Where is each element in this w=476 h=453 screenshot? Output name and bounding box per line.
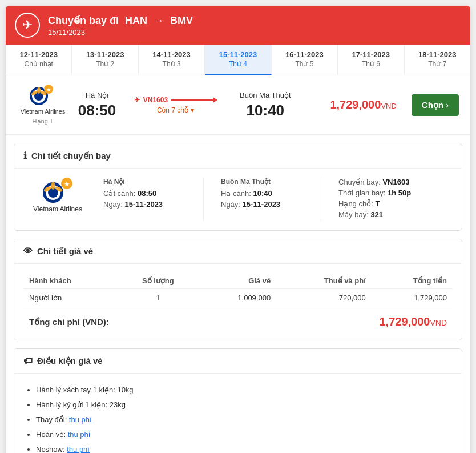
- svg-point-11: [51, 182, 55, 190]
- total-currency: VND: [430, 318, 447, 327]
- date-tab-2[interactable]: 14-11-2023 Thứ 3: [139, 45, 205, 75]
- aircraft-key: Máy bay:: [338, 210, 369, 219]
- title-prefix: Chuyến bay đi: [48, 15, 119, 26]
- class-key: Hạng chỗ:: [338, 199, 373, 208]
- seats-badge[interactable]: Còn 7 chỗ ▾: [157, 106, 194, 114]
- price-detail-header: 👁 Chi tiết giá vé: [14, 239, 462, 264]
- condition-prefix-4: Noshow:: [36, 445, 67, 453]
- date-tab-4[interactable]: 16-11-2023 Thứ 5: [272, 45, 338, 75]
- condition-prefix-2: Thay đổi:: [36, 415, 69, 424]
- date-tab-4-date: 16-11-2023: [274, 50, 335, 59]
- conditions-section: 🏷 Điều kiện giá vé Hành lý xách tay 1 ki…: [14, 348, 462, 453]
- condition-link-2[interactable]: thu phí: [69, 415, 92, 424]
- flight-row: ★ Vietnam Airlines Hạng T Hà Nội 08:50 ✈…: [6, 75, 470, 135]
- depart-city: Hà Nội: [74, 91, 120, 99]
- date-tab-2-day: Thứ 3: [141, 60, 202, 68]
- condition-item-2: Thay đổi: thu phí: [36, 412, 453, 427]
- eye-icon: 👁: [23, 246, 33, 256]
- duration-val: 1h 50p: [388, 189, 411, 197]
- date-tab-6-date: 18-11-2023: [407, 50, 468, 59]
- col-tax: Thuế và phí: [276, 273, 372, 289]
- header-title: Chuyến bay đi HAN → BMV: [48, 14, 193, 27]
- date-tab-1[interactable]: 13-11-2023 Thứ 2: [72, 45, 138, 75]
- airline-detail-name: Vietnam Airlines: [33, 205, 82, 213]
- duration-key: Thời gian bay:: [338, 189, 385, 197]
- condition-item-4: Noshow: thu phí: [36, 442, 453, 453]
- svg-text:★: ★: [46, 87, 51, 93]
- date-tab-0-date: 12-11-2023: [8, 50, 69, 59]
- arrow-separator: →: [154, 15, 164, 26]
- date-tab-3-day: Thứ 4: [207, 60, 268, 68]
- choose-button[interactable]: Chọn ›: [412, 94, 459, 116]
- detail-separator-1: [203, 178, 204, 221]
- date-tab-0[interactable]: 12-11-2023 Chủ nhật: [6, 45, 72, 75]
- class-row: Hạng chỗ: T: [338, 199, 453, 208]
- conditions-list: Hành lý xách tay 1 kiện: 10kg Hành lý ký…: [23, 383, 453, 453]
- total-label: Tổng chi phí (VND):: [29, 317, 109, 327]
- choose-btn-label: Chọn: [422, 100, 443, 110]
- from-code: HAN: [125, 15, 147, 26]
- arrive-time: 10:40: [231, 102, 300, 119]
- date-tab-1-day: Thứ 2: [74, 60, 135, 68]
- price-detail-title: Chi tiết giá vé: [37, 246, 93, 256]
- conditions-title: Điều kiện giá vé: [37, 356, 103, 366]
- svg-point-3: [37, 87, 41, 94]
- col-quantity: Số lượng: [119, 273, 197, 289]
- arrive-land-key: Hạ cánh:: [221, 189, 251, 198]
- price-table: Hành khách Số lượng Giá vé Thuế và phí T…: [23, 273, 453, 307]
- depart-takeoff-val: 08:50: [138, 189, 156, 198]
- duration-row: Thời gian bay: 1h 50p: [338, 189, 453, 197]
- flight-no-val: VN1603: [382, 178, 409, 186]
- choose-btn-arrow-icon: ›: [446, 100, 449, 110]
- depart-detail-label: Hà Nội: [103, 178, 186, 186]
- arrive-land-row: Hạ cánh: 10:40: [221, 189, 304, 198]
- detail-separator-2: [321, 178, 321, 221]
- flight-no-row: Chuyến bay: VN1603: [338, 178, 453, 186]
- col-passenger: Hành khách: [23, 273, 119, 289]
- price-currency: VND: [381, 102, 396, 110]
- arrive-date-key: Ngày:: [221, 200, 240, 209]
- date-tab-5-day: Thứ 6: [340, 60, 401, 68]
- depart-detail-col: Hà Nội Cất cánh: 08:50 Ngày: 15-11-2023: [103, 178, 186, 211]
- class-val: T: [375, 199, 380, 208]
- svg-text:★: ★: [64, 181, 70, 187]
- arrive-date-val: 15-11-2023: [243, 200, 281, 209]
- price-detail-body: Hành khách Số lượng Giá vé Thuế và phí T…: [14, 264, 462, 340]
- ticket-icon: 🏷: [23, 356, 33, 366]
- arrive-city: Buôn Ma Thuột: [231, 91, 300, 99]
- header-text: Chuyến bay đi HAN → BMV 15/11/2023: [48, 14, 193, 37]
- price-area: 1,729,000VND: [305, 98, 397, 111]
- total-row: Tổng chi phí (VND): 1,729,000VND: [23, 307, 453, 331]
- header-date: 15/11/2023: [48, 28, 193, 37]
- row-quantity: 1: [119, 289, 197, 307]
- date-tab-6-day: Thứ 7: [407, 60, 468, 68]
- date-tab-4-day: Thứ 5: [274, 60, 335, 68]
- flight-number-text: VN1603: [143, 96, 168, 104]
- date-tab-5[interactable]: 17-11-2023 Thứ 6: [338, 45, 404, 75]
- airline-name: Vietnam Airlines: [21, 107, 66, 115]
- date-tab-3[interactable]: 15-11-2023 Thứ 4: [205, 45, 271, 75]
- to-code: BMV: [170, 15, 193, 26]
- condition-link-3[interactable]: thu phí: [68, 430, 91, 439]
- row-total: 1,729,000: [372, 289, 453, 307]
- depart-date-row: Ngày: 15-11-2023: [103, 200, 186, 209]
- date-tab-3-date: 15-11-2023: [207, 50, 268, 59]
- aircraft-val: 321: [370, 210, 383, 219]
- depart-time: 08:50: [74, 102, 120, 119]
- col-total: Tổng tiền: [372, 273, 453, 289]
- vna-logo-graphic: ★: [29, 85, 57, 105]
- condition-item-3: Hoàn vé: thu phí: [36, 427, 453, 442]
- depart-date-val: 15-11-2023: [125, 200, 163, 209]
- condition-item-1: Hành lý ký gửi 1 kiện: 23kg: [36, 398, 453, 412]
- date-tab-2-date: 14-11-2023: [141, 50, 202, 59]
- date-tabs: 12-11-2023 Chủ nhật 13-11-2023 Thứ 2 14-…: [6, 45, 470, 75]
- flight-number-icon: ✈: [134, 96, 140, 104]
- depart-info: Hà Nội 08:50: [74, 91, 120, 119]
- aircraft-row: Máy bay: 321: [338, 210, 453, 219]
- col-fare: Giá vé: [197, 273, 276, 289]
- date-tab-6[interactable]: 18-11-2023 Thứ 7: [405, 45, 470, 75]
- route-arrow: [171, 99, 217, 101]
- arrive-detail-label: Buôn Ma Thuột: [221, 178, 304, 186]
- depart-takeoff-key: Cất cánh:: [103, 189, 135, 198]
- condition-link-4[interactable]: thu phí: [67, 445, 90, 453]
